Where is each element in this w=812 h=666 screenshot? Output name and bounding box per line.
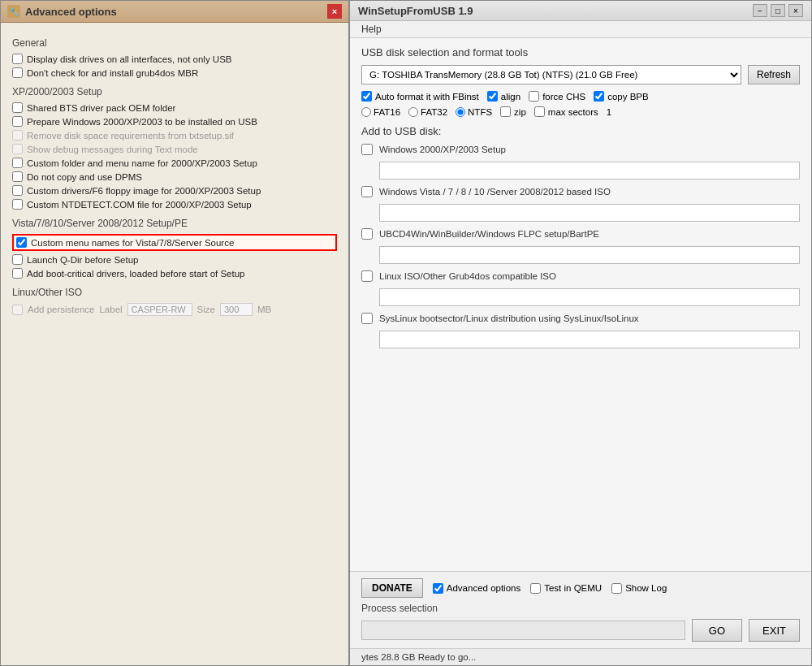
ntfs-radio[interactable] — [456, 107, 465, 117]
dont-check-grub-checkbox[interactable] — [12, 67, 23, 78]
usb-item-ubcd4win: UBCD4Win/WinBuilder/Windows FLPC setup/B… — [361, 228, 800, 240]
bottom-row1: DONATE Advanced options Test in QEMU Sho… — [361, 578, 800, 598]
add-boot-critical-label: Add boot-critical drivers, loaded before… — [27, 269, 244, 279]
exit-button[interactable]: EXIT — [749, 619, 800, 642]
usb-dropdown[interactable]: G: TOSHIBA TransMemory (28.8 GB Tot) (NT… — [361, 65, 741, 84]
add-boot-critical-checkbox[interactable] — [12, 268, 23, 279]
fat16-radio[interactable] — [361, 107, 371, 117]
launch-q-dir-row: Launch Q-Dir before Setup — [12, 254, 337, 265]
copy-bpb-checkbox[interactable] — [594, 91, 604, 102]
display-disk-row: Display disk drives on all interfaces, n… — [12, 54, 337, 64]
process-row: GO EXIT — [361, 619, 800, 642]
dont-check-grub-label: Don't check for and install grub4dos MBR — [27, 68, 198, 78]
zip-checkbox[interactable] — [500, 106, 511, 117]
status-bar: ytes 28.8 GB Ready to go... — [350, 648, 811, 665]
show-log-checkbox-row: Show Log — [611, 583, 667, 594]
max-sectors-checkbox[interactable] — [534, 106, 545, 117]
minimize-button[interactable]: − — [753, 4, 767, 17]
remove-disk-row: Remove disk space requirements from txts… — [12, 130, 337, 141]
process-section-label: Process selection — [361, 603, 800, 614]
custom-folder-checkbox[interactable] — [12, 158, 23, 168]
left-content: General Display disk drives on all inter… — [1, 23, 348, 665]
advanced-options-checkbox-row: Advanced options — [433, 583, 520, 594]
syslinux-field-row — [361, 331, 800, 348]
fat32-radio[interactable] — [408, 107, 418, 117]
right-title-text: WinSetupFromUSB 1.9 — [358, 5, 473, 17]
shared-bts-row: Shared BTS driver pack OEM folder — [12, 102, 337, 113]
app-icon: 🔧 — [7, 5, 20, 18]
dont-check-grub-row: Don't check for and install grub4dos MBR — [12, 67, 337, 78]
custom-ntdetect-label: Custom NTDETECT.COM file for 2000/XP/200… — [27, 200, 252, 210]
display-disk-checkbox[interactable] — [12, 54, 23, 64]
add-boot-critical-row: Add boot-critical drivers, loaded before… — [12, 268, 337, 279]
test-qemu-label: Test in QEMU — [544, 583, 602, 593]
zip-row: zip — [500, 106, 526, 117]
donate-button[interactable]: DONATE — [361, 578, 423, 598]
show-log-checkbox[interactable] — [611, 583, 622, 594]
syslinux-checkbox[interactable] — [361, 313, 373, 324]
custom-menu-names-checkbox[interactable] — [16, 237, 27, 248]
win2000-input-field[interactable] — [379, 162, 800, 179]
left-title-text: Advanced options — [25, 6, 117, 18]
custom-ntdetect-checkbox[interactable] — [12, 199, 23, 210]
prepare-windows-checkbox[interactable] — [12, 116, 23, 127]
go-button[interactable]: GO — [692, 619, 742, 642]
advanced-options-checkbox[interactable] — [433, 583, 443, 594]
align-checkbox[interactable] — [487, 91, 498, 102]
usb-item-winvista: Windows Vista / 7 / 8 / 10 /Server 2008/… — [361, 186, 800, 197]
usb-select-row: G: TOSHIBA TransMemory (28.8 GB Tot) (NT… — [361, 65, 800, 84]
auto-format-row: Auto format it with FBinst — [361, 91, 479, 102]
linux-field-row — [361, 288, 800, 306]
custom-ntdetect-row: Custom NTDETECT.COM file for 2000/XP/200… — [12, 199, 337, 210]
fat16-label: FAT16 — [374, 107, 400, 117]
syslinux-input-field[interactable] — [379, 331, 800, 348]
auto-format-checkbox[interactable] — [361, 91, 372, 102]
right-close-button[interactable]: × — [788, 4, 803, 17]
max-sectors-val: 1 — [607, 107, 611, 117]
syslinux-label: SysLinux bootsector/Linux distribution u… — [379, 314, 688, 323]
fat32-radio-label[interactable]: FAT32 — [408, 107, 447, 117]
format-options-row: Auto format it with FBinst align force C… — [361, 91, 800, 102]
win2000-checkbox[interactable] — [361, 144, 373, 155]
launch-q-dir-label: Launch Q-Dir before Setup — [27, 255, 138, 265]
usb-item-win2000: Windows 2000/XP/2003 Setup — [361, 144, 800, 155]
right-menubar: Help — [350, 21, 811, 38]
winvista-input-field[interactable] — [379, 204, 800, 222]
persistence-row: Add persistence Label Size MB — [12, 303, 337, 316]
fat32-label: FAT32 — [421, 107, 447, 117]
display-disk-label: Display disk drives on all interfaces, n… — [27, 54, 231, 64]
left-title: 🔧 Advanced options — [7, 5, 117, 18]
do-not-copy-label: Do not copy and use DPMS — [27, 172, 142, 182]
advanced-options-label: Advanced options — [447, 583, 520, 593]
ubcd4win-checkbox[interactable] — [361, 228, 373, 240]
help-menu-item[interactable]: Help — [358, 22, 385, 37]
ntfs-label: NTFS — [468, 107, 492, 117]
custom-menu-names-row: Custom menu names for Vista/7/8/Server S… — [12, 234, 337, 251]
ubcd4win-input-field[interactable] — [379, 246, 800, 264]
linux-input-field[interactable] — [379, 288, 800, 306]
custom-drivers-checkbox[interactable] — [12, 185, 23, 196]
linux-checkbox[interactable] — [361, 270, 373, 282]
refresh-button[interactable]: Refresh — [748, 65, 800, 84]
add-to-usb-label: Add to USB disk: — [361, 125, 800, 137]
force-chs-row: force CHS — [529, 91, 585, 102]
test-qemu-checkbox[interactable] — [530, 583, 541, 594]
shared-bts-checkbox[interactable] — [12, 102, 23, 113]
left-close-button[interactable]: × — [327, 4, 342, 19]
force-chs-checkbox[interactable] — [529, 91, 539, 102]
do-not-copy-checkbox[interactable] — [12, 171, 23, 182]
prepare-windows-label: Prepare Windows 2000/XP/2003 to be insta… — [27, 117, 257, 127]
fat16-radio-label[interactable]: FAT16 — [361, 107, 400, 117]
show-debug-row: Show debug messages during Text mode — [12, 144, 337, 154]
launch-q-dir-checkbox[interactable] — [12, 254, 23, 265]
maximize-button[interactable]: □ — [771, 4, 785, 17]
ntfs-radio-label[interactable]: NTFS — [456, 107, 492, 117]
custom-folder-row: Custom folder and menu name for 2000/XP/… — [12, 158, 337, 168]
general-section-label: General — [12, 37, 337, 49]
persistence-checkbox — [12, 305, 23, 315]
test-qemu-checkbox-row: Test in QEMU — [530, 583, 602, 594]
winvista-checkbox[interactable] — [361, 186, 373, 197]
show-log-label: Show Log — [625, 583, 667, 593]
max-sectors-row: max sectors — [534, 106, 598, 117]
zip-label: zip — [514, 107, 526, 117]
